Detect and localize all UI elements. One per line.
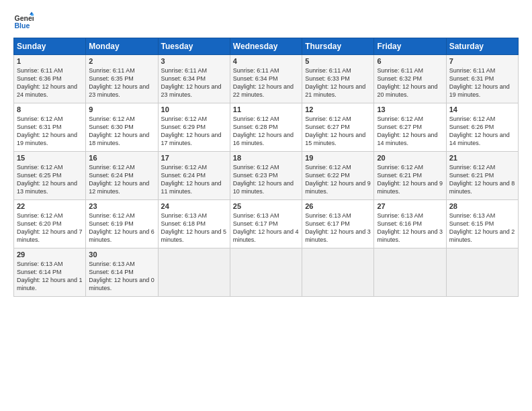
day-number: 1 <box>17 57 83 65</box>
day-cell: 18 Sunrise: 6:12 AMSunset: 6:23 PMDaylig… <box>230 152 302 200</box>
day-number: 15 <box>17 154 83 162</box>
day-number: 6 <box>377 57 443 65</box>
day-cell: 6 Sunrise: 6:11 AMSunset: 6:32 PMDayligh… <box>374 55 446 103</box>
day-cell: 1 Sunrise: 6:11 AMSunset: 6:36 PMDayligh… <box>14 55 86 103</box>
day-cell: 11 Sunrise: 6:12 AMSunset: 6:28 PMDaylig… <box>230 103 302 152</box>
day-cell: 15 Sunrise: 6:12 AMSunset: 6:25 PMDaylig… <box>14 152 86 200</box>
day-detail: Sunrise: 6:11 AMSunset: 6:34 PMDaylight:… <box>233 67 294 98</box>
day-number: 19 <box>305 154 371 162</box>
day-detail: Sunrise: 6:12 AMSunset: 6:23 PMDaylight:… <box>233 164 294 195</box>
day-number: 2 <box>89 57 154 65</box>
day-number: 5 <box>305 57 371 65</box>
day-number: 23 <box>89 202 154 210</box>
day-detail: Sunrise: 6:12 AMSunset: 6:21 PMDaylight:… <box>377 164 443 195</box>
day-number: 25 <box>233 202 299 210</box>
day-detail: Sunrise: 6:12 AMSunset: 6:19 PMDaylight:… <box>89 212 154 243</box>
day-number: 27 <box>377 202 443 210</box>
day-cell: 4 Sunrise: 6:11 AMSunset: 6:34 PMDayligh… <box>230 55 302 103</box>
day-cell: 25 Sunrise: 6:13 AMSunset: 6:17 PMDaylig… <box>230 200 302 248</box>
day-cell: 24 Sunrise: 6:13 AMSunset: 6:18 PMDaylig… <box>158 200 230 248</box>
day-detail: Sunrise: 6:13 AMSunset: 6:18 PMDaylight:… <box>161 212 227 243</box>
day-detail: Sunrise: 6:12 AMSunset: 6:31 PMDaylight:… <box>17 116 77 146</box>
day-detail: Sunrise: 6:12 AMSunset: 6:22 PMDaylight:… <box>305 164 371 195</box>
day-detail: Sunrise: 6:12 AMSunset: 6:24 PMDaylight:… <box>161 164 222 195</box>
day-number: 11 <box>233 105 299 113</box>
day-cell <box>230 248 302 297</box>
day-cell: 19 Sunrise: 6:12 AMSunset: 6:22 PMDaylig… <box>302 152 374 200</box>
day-detail: Sunrise: 6:11 AMSunset: 6:34 PMDaylight:… <box>161 67 222 98</box>
day-detail: Sunrise: 6:12 AMSunset: 6:26 PMDaylight:… <box>449 116 510 146</box>
day-cell: 9 Sunrise: 6:12 AMSunset: 6:30 PMDayligh… <box>86 103 158 152</box>
day-number: 21 <box>449 154 515 162</box>
day-cell <box>374 248 446 297</box>
day-cell: 16 Sunrise: 6:12 AMSunset: 6:24 PMDaylig… <box>86 152 158 200</box>
day-cell: 8 Sunrise: 6:12 AMSunset: 6:31 PMDayligh… <box>14 103 86 152</box>
day-number: 9 <box>89 105 154 113</box>
day-detail: Sunrise: 6:11 AMSunset: 6:32 PMDaylight:… <box>377 67 437 98</box>
logo: General Blue <box>13 11 38 31</box>
page: General Blue SundayMondayTuesdayWednesda… <box>0 0 532 411</box>
week-row-4: 22 Sunrise: 6:12 AMSunset: 6:20 PMDaylig… <box>14 200 519 248</box>
header-cell-saturday: Saturday <box>446 38 518 55</box>
day-detail: Sunrise: 6:12 AMSunset: 6:27 PMDaylight:… <box>305 116 365 146</box>
day-cell: 29 Sunrise: 6:13 AMSunset: 6:14 PMDaylig… <box>14 248 86 297</box>
day-detail: Sunrise: 6:13 AMSunset: 6:15 PMDaylight:… <box>449 212 515 243</box>
day-cell: 23 Sunrise: 6:12 AMSunset: 6:19 PMDaylig… <box>86 200 158 248</box>
day-number: 28 <box>449 202 515 210</box>
day-detail: Sunrise: 6:12 AMSunset: 6:25 PMDaylight:… <box>17 164 77 195</box>
day-number: 12 <box>305 105 371 113</box>
day-detail: Sunrise: 6:13 AMSunset: 6:14 PMDaylight:… <box>89 261 154 291</box>
day-detail: Sunrise: 6:13 AMSunset: 6:14 PMDaylight:… <box>17 261 83 291</box>
day-number: 13 <box>377 105 443 113</box>
day-cell: 12 Sunrise: 6:12 AMSunset: 6:27 PMDaylig… <box>302 103 374 152</box>
day-number: 4 <box>233 57 299 65</box>
day-number: 17 <box>161 154 227 162</box>
day-detail: Sunrise: 6:12 AMSunset: 6:29 PMDaylight:… <box>161 116 222 146</box>
header-cell-thursday: Thursday <box>302 38 374 55</box>
day-cell: 22 Sunrise: 6:12 AMSunset: 6:20 PMDaylig… <box>14 200 86 248</box>
day-detail: Sunrise: 6:11 AMSunset: 6:33 PMDaylight:… <box>305 67 365 98</box>
day-cell: 17 Sunrise: 6:12 AMSunset: 6:24 PMDaylig… <box>158 152 230 200</box>
day-cell: 28 Sunrise: 6:13 AMSunset: 6:15 PMDaylig… <box>446 200 518 248</box>
day-cell: 13 Sunrise: 6:12 AMSunset: 6:27 PMDaylig… <box>374 103 446 152</box>
day-cell: 2 Sunrise: 6:11 AMSunset: 6:35 PMDayligh… <box>86 55 158 103</box>
day-number: 29 <box>17 250 83 259</box>
day-cell: 26 Sunrise: 6:13 AMSunset: 6:17 PMDaylig… <box>302 200 374 248</box>
day-cell: 21 Sunrise: 6:12 AMSunset: 6:21 PMDaylig… <box>446 152 518 200</box>
day-number: 3 <box>161 57 227 65</box>
header-cell-tuesday: Tuesday <box>158 38 230 55</box>
logo-icon: General Blue <box>13 11 34 31</box>
day-cell: 5 Sunrise: 6:11 AMSunset: 6:33 PMDayligh… <box>302 55 374 103</box>
day-cell: 7 Sunrise: 6:11 AMSunset: 6:31 PMDayligh… <box>446 55 518 103</box>
day-cell <box>446 248 518 297</box>
day-number: 24 <box>161 202 227 210</box>
week-row-2: 8 Sunrise: 6:12 AMSunset: 6:31 PMDayligh… <box>14 103 519 152</box>
day-detail: Sunrise: 6:13 AMSunset: 6:17 PMDaylight:… <box>305 212 371 243</box>
day-cell: 30 Sunrise: 6:13 AMSunset: 6:14 PMDaylig… <box>86 248 158 297</box>
day-detail: Sunrise: 6:12 AMSunset: 6:20 PMDaylight:… <box>17 212 83 243</box>
header-cell-wednesday: Wednesday <box>230 38 302 55</box>
day-detail: Sunrise: 6:12 AMSunset: 6:24 PMDaylight:… <box>89 164 149 195</box>
header: General Blue <box>13 11 519 31</box>
day-detail: Sunrise: 6:11 AMSunset: 6:36 PMDaylight:… <box>17 67 77 98</box>
day-number: 8 <box>17 105 83 113</box>
day-number: 22 <box>17 202 83 210</box>
day-cell: 27 Sunrise: 6:13 AMSunset: 6:16 PMDaylig… <box>374 200 446 248</box>
day-detail: Sunrise: 6:12 AMSunset: 6:21 PMDaylight:… <box>449 164 515 195</box>
day-detail: Sunrise: 6:12 AMSunset: 6:27 PMDaylight:… <box>377 116 437 146</box>
day-detail: Sunrise: 6:12 AMSunset: 6:28 PMDaylight:… <box>233 116 294 146</box>
svg-text:Blue: Blue <box>15 21 30 30</box>
day-number: 30 <box>89 250 154 259</box>
day-cell <box>158 248 230 297</box>
day-number: 10 <box>161 105 227 113</box>
week-row-3: 15 Sunrise: 6:12 AMSunset: 6:25 PMDaylig… <box>14 152 519 200</box>
header-cell-friday: Friday <box>374 38 446 55</box>
day-number: 14 <box>449 105 515 113</box>
day-number: 16 <box>89 154 154 162</box>
day-detail: Sunrise: 6:13 AMSunset: 6:16 PMDaylight:… <box>377 212 443 243</box>
day-number: 18 <box>233 154 299 162</box>
header-row: SundayMondayTuesdayWednesdayThursdayFrid… <box>14 38 519 55</box>
day-number: 20 <box>377 154 443 162</box>
week-row-5: 29 Sunrise: 6:13 AMSunset: 6:14 PMDaylig… <box>14 248 519 297</box>
header-cell-monday: Monday <box>86 38 158 55</box>
